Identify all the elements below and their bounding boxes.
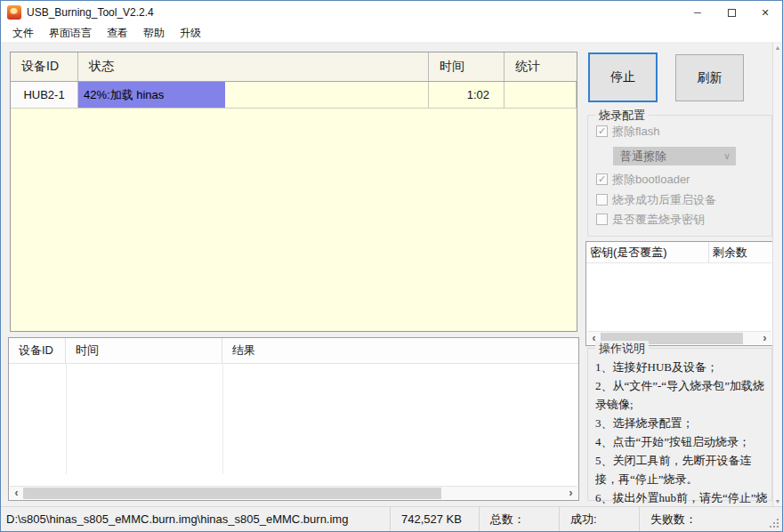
time-cell: 1:02 — [429, 82, 505, 108]
erase-flash-checkbox[interactable]: ✓ — [596, 125, 608, 137]
result-table-hscrollbar[interactable]: ‹ › — [10, 486, 577, 499]
menu-file[interactable]: 文件 — [8, 24, 38, 43]
overwrite-key-checkbox[interactable] — [596, 214, 608, 225]
chevron-down-icon: ∨ — [723, 150, 736, 162]
instructions-title: 操作说明 — [595, 341, 649, 357]
minimize-button[interactable]: ─ — [681, 1, 714, 24]
result-table-header: 设备ID 时间 结果 — [9, 338, 578, 364]
device-table-header: 设备ID 状态 时间 统计 — [11, 52, 577, 82]
erase-mode-select[interactable]: 普通擦除 ∨ — [613, 147, 736, 165]
scroll-up-icon[interactable]: ▲ — [775, 44, 781, 51]
stats-cell — [505, 82, 577, 108]
instructions-group: 操作说明 1、连接好HUB及设备； 2、从“文件”-“导入烧录包”加载烧录镜像;… — [587, 348, 772, 501]
instruction-step: 4、点击“开始”按钮启动烧录； — [595, 432, 768, 451]
status-cell: 42%:加载 hinas — [78, 82, 429, 108]
erase-flash-label: 擦除flash — [612, 124, 659, 140]
col-result-device-id[interactable]: 设备ID — [9, 338, 66, 363]
erase-flash-option[interactable]: ✓ 擦除flash — [596, 125, 659, 138]
col-device-id[interactable]: 设备ID — [11, 52, 78, 81]
erase-bootloader-checkbox[interactable]: ✓ — [596, 173, 608, 185]
erase-bootloader-label: 擦除bootloader — [612, 172, 690, 188]
reboot-after-success-option[interactable]: 烧录成功后重启设备 — [596, 193, 716, 206]
result-table-body — [9, 364, 578, 474]
menu-language[interactable]: 界面语言 — [44, 24, 96, 43]
window-title: USB_Burning_Tool_V2.2.4 — [27, 6, 154, 19]
status-file-path: D:\s805\hinas_s805_eMMC.burn.img\hinas_s… — [1, 507, 390, 531]
scroll-right-icon[interactable]: › — [758, 332, 771, 345]
maximize-button[interactable] — [714, 1, 748, 24]
status-total-label: 总数： — [479, 507, 559, 531]
title-bar: USB_Burning_Tool_V2.2.4 ─ ✕ — [1, 1, 782, 24]
minimize-icon: ─ — [694, 7, 701, 18]
menu-view[interactable]: 查看 — [102, 24, 133, 43]
col-stats[interactable]: 统计 — [505, 52, 577, 81]
maximize-icon — [728, 9, 736, 17]
device-table: 设备ID 状态 时间 统计 HUB2-1 42%:加载 hinas 1:02 — [10, 52, 577, 332]
col-time[interactable]: 时间 — [429, 52, 505, 81]
menu-help[interactable]: 帮助 — [139, 24, 169, 43]
resize-grip[interactable] — [777, 526, 779, 528]
menu-upgrade[interactable]: 升级 — [175, 24, 206, 43]
erase-mode-value: 普通擦除 — [620, 149, 666, 165]
close-icon: ✕ — [761, 7, 769, 19]
instruction-step: 2、从“文件”-“导入烧录包”加载烧录镜像; — [595, 376, 768, 414]
col-key[interactable]: 密钥(是否覆盖) — [586, 242, 709, 262]
key-table-header: 密钥(是否覆盖) 剩余数 — [586, 242, 772, 263]
status-file-size: 742,527 KB — [390, 507, 479, 531]
right-vertical-scrollbar[interactable]: ▲ ▼ — [772, 43, 782, 506]
app-window: USB_Burning_Tool_V2.2.4 ─ ✕ 文件 界面语言 查看 帮… — [0, 0, 783, 532]
refresh-button[interactable]: 刷新 — [675, 54, 744, 101]
scroll-down-icon[interactable]: ▼ — [775, 498, 781, 504]
erase-bootloader-option[interactable]: ✓ 擦除bootloader — [596, 173, 690, 186]
scroll-right-icon[interactable]: › — [564, 487, 577, 500]
result-table: 设备ID 时间 结果 ‹ › — [8, 337, 579, 501]
instruction-step: 1、连接好HUB及设备； — [595, 358, 768, 376]
column-divider — [222, 364, 223, 474]
col-status[interactable]: 状态 — [78, 52, 429, 81]
col-result[interactable]: 结果 — [222, 338, 578, 363]
col-result-time[interactable]: 时间 — [66, 338, 222, 363]
window-controls: ─ ✕ — [681, 1, 782, 24]
stop-button[interactable]: 停止 — [588, 52, 658, 102]
status-bar: D:\s805\hinas_s805_eMMC.burn.img\hinas_s… — [1, 506, 782, 531]
reboot-after-success-checkbox[interactable] — [596, 194, 608, 206]
col-remaining[interactable]: 剩余数 — [709, 242, 772, 262]
instructions-text: 1、连接好HUB及设备； 2、从“文件”-“导入烧录包”加载烧录镜像; 3、选择… — [588, 349, 771, 526]
burn-config-title: 烧录配置 — [595, 108, 649, 124]
device-id-cell: HUB2-1 — [11, 82, 78, 108]
instruction-step: 3、选择烧录配置； — [595, 414, 768, 432]
close-button[interactable]: ✕ — [748, 1, 782, 24]
status-fail-label: 失败数： — [639, 507, 782, 531]
key-table: 密钥(是否覆盖) 剩余数 ‹ › — [585, 241, 773, 346]
instruction-step: 5、关闭工具前，先断开设备连接，再“停止”烧录。 — [595, 451, 768, 488]
scroll-left-icon[interactable]: ‹ — [10, 487, 23, 500]
app-icon — [7, 5, 21, 20]
overwrite-key-option[interactable]: 是否覆盖烧录密钥 — [596, 213, 705, 226]
client-area: 设备ID 状态 时间 统计 HUB2-1 42%:加载 hinas 1:02 设… — [1, 42, 782, 506]
column-divider — [66, 364, 67, 474]
burn-config-group: 烧录配置 ✓ 擦除flash 普通擦除 ∨ ✓ 擦除bootloader 烧录成… — [587, 115, 772, 237]
menu-bar: 文件 界面语言 查看 帮助 升级 — [1, 24, 782, 42]
reboot-after-success-label: 烧录成功后重启设备 — [612, 192, 716, 208]
overwrite-key-label: 是否覆盖烧录密钥 — [612, 212, 705, 228]
table-row[interactable]: HUB2-1 42%:加载 hinas 1:02 — [11, 82, 577, 109]
scrollbar-thumb[interactable] — [23, 488, 441, 499]
status-success-label: 成功: — [559, 507, 639, 531]
progress-bar: 42%:加载 hinas — [78, 82, 225, 108]
